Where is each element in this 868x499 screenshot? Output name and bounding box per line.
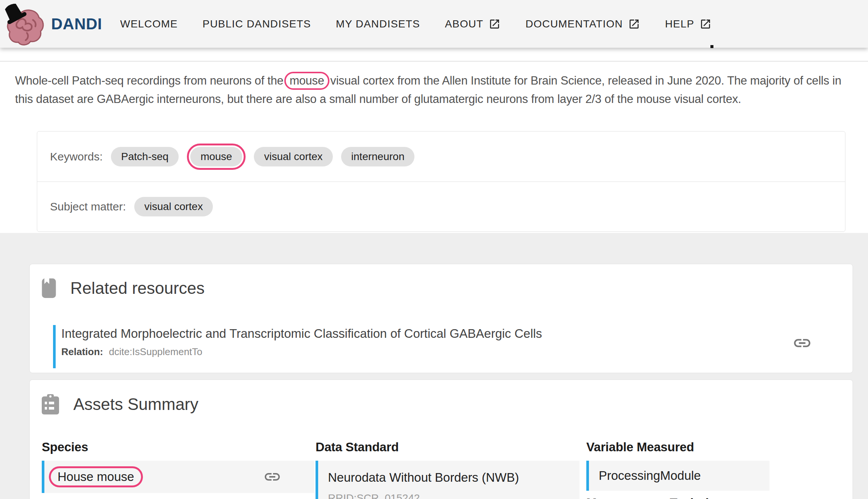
related-resources-card: Related resources Integrated Morphoelect…	[29, 264, 853, 373]
top-navbar: DANDI WELCOME PUBLIC DANDISETS MY DANDIS…	[0, 0, 868, 48]
page: DANDI WELCOME PUBLIC DANDISETS MY DANDIS…	[0, 0, 868, 499]
nav-item-help[interactable]: HELP	[665, 18, 712, 30]
resource-relation: Relation: dcite:IsSupplementTo	[61, 346, 830, 358]
nav-menu: WELCOME PUBLIC DANDISETS MY DANDISETS AB…	[120, 18, 737, 30]
external-link-icon	[489, 18, 501, 30]
relation-value: dcite:IsSupplementTo	[109, 346, 202, 357]
data-standard-value-box: Neurodata Without Borders (NWB) RRID:SCR…	[316, 461, 580, 499]
resource-accent-bar	[53, 325, 56, 368]
keywords-label: Keywords:	[50, 150, 103, 163]
subject-matter-label: Subject matter:	[50, 200, 126, 213]
keyword-chip-mouse: mouse	[190, 147, 242, 166]
nav-item-welcome[interactable]: WELCOME	[120, 18, 178, 30]
dandi-brain-logo-icon[interactable]	[5, 4, 45, 46]
highlight-ring-mouse-word: mouse	[284, 72, 329, 90]
scroll-artifact-dot	[710, 45, 713, 48]
external-link-icon	[628, 18, 640, 30]
data-standard-value: Neurodata Without Borders (NWB)	[328, 470, 519, 485]
assets-summary-title: Assets Summary	[73, 395, 199, 414]
species-value: House mouse	[58, 470, 134, 484]
highlight-ring-house-mouse: House mouse	[49, 466, 143, 487]
relation-label: Relation:	[61, 346, 103, 357]
nav-item-public-dandisets[interactable]: PUBLIC DANDISETS	[203, 18, 311, 30]
measurement-technique-header: Measurement Technique	[586, 496, 769, 499]
related-resources-header: Related resources	[30, 264, 853, 298]
subject-matter-chip-visual-cortex: visual cortex	[134, 197, 213, 216]
variable-measured-header: Variable Measured	[586, 440, 769, 454]
keyword-chip-patch-seq: Patch-seq	[111, 147, 179, 166]
clipboard-list-icon	[42, 394, 59, 414]
subject-matter-row: Subject matter: visual cortex	[37, 181, 845, 231]
assets-summary-header: Assets Summary	[30, 380, 853, 414]
assets-column-variable-measured: Variable Measured ProcessingModule Measu…	[586, 440, 769, 499]
related-resources-title: Related resources	[70, 279, 205, 298]
highlight-ring-mouse-chip: mouse	[187, 144, 246, 170]
assets-column-data-standard: Data Standard Neurodata Without Borders …	[316, 440, 580, 499]
resource-title: Integrated Morphoelectric and Transcript…	[61, 324, 830, 341]
bookmark-icon	[42, 278, 56, 298]
resource-link-icon[interactable]	[792, 333, 812, 353]
keyword-chip-interneuron: interneuron	[341, 147, 415, 166]
description-text-before: Whole-cell Patch-seq recordings from neu…	[15, 74, 287, 87]
header-divider	[0, 61, 868, 62]
data-standard-rrid: RRID:SCR_015242	[328, 492, 420, 499]
assets-column-species: Species House mouse	[42, 440, 314, 493]
variable-measured-value: ProcessingModule	[599, 469, 701, 483]
data-standard-header: Data Standard	[316, 440, 580, 454]
species-link-icon[interactable]	[263, 468, 281, 486]
species-value-box: House mouse	[42, 461, 314, 493]
brand-title[interactable]: DANDI	[51, 15, 102, 33]
keywords-row: Keywords: Patch-seq mouse visual cortex …	[37, 132, 845, 181]
external-link-icon	[700, 18, 712, 30]
nav-item-my-dandisets[interactable]: MY DANDISETS	[336, 18, 420, 30]
dandiset-description: Whole-cell Patch-seq recordings from neu…	[15, 71, 860, 108]
nav-item-about[interactable]: ABOUT	[445, 18, 501, 30]
resource-item: Integrated Morphoelectric and Transcript…	[53, 324, 830, 358]
variable-measured-value-box: ProcessingModule	[586, 461, 769, 491]
metadata-card: Keywords: Patch-seq mouse visual cortex …	[37, 131, 845, 232]
nav-item-documentation[interactable]: DOCUMENTATION	[525, 18, 640, 30]
keyword-chip-visual-cortex: visual cortex	[254, 147, 333, 166]
species-header: Species	[42, 440, 314, 454]
assets-summary-card: Assets Summary Species House mouse Data …	[29, 380, 853, 499]
